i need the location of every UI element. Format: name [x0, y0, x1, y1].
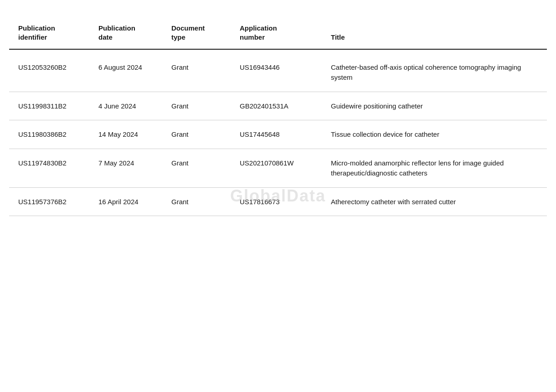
- cell-pub-id: US11998311B2: [9, 92, 91, 120]
- cell-title: Guidewire positioning catheter: [324, 92, 547, 120]
- cell-pub-date: 7 May 2024: [91, 149, 164, 188]
- cell-pub-id: US11957376B2: [9, 187, 91, 216]
- header-title: Title: [324, 18, 547, 49]
- cell-title: Catheter-based off-axis optical coherenc…: [324, 49, 547, 92]
- cell-pub-id: US11980386B2: [9, 120, 91, 149]
- header-app-num: Applicationnumber: [232, 18, 324, 49]
- cell-app-num: US2021070861W: [232, 149, 324, 188]
- header-doc-type: Documenttype: [164, 18, 232, 49]
- cell-app-num: US17816673: [232, 187, 324, 216]
- cell-doc-type: Grant: [164, 49, 232, 92]
- cell-pub-id: US12053260B2: [9, 49, 91, 92]
- header-pub-id: Publicationidentifier: [9, 18, 91, 49]
- cell-title: Atherectomy catheter with serrated cutte…: [324, 187, 547, 216]
- cell-app-num: US17445648: [232, 120, 324, 149]
- cell-doc-type: Grant: [164, 149, 232, 188]
- cell-doc-type: Grant: [164, 92, 232, 120]
- table-row: US11980386B214 May 2024GrantUS17445648Ti…: [9, 120, 547, 149]
- table-container: Publicationidentifier Publicationdate Do…: [0, 0, 556, 234]
- cell-doc-type: Grant: [164, 120, 232, 149]
- cell-doc-type: Grant: [164, 187, 232, 216]
- cell-pub-date: 16 April 2024: [91, 187, 164, 216]
- table-row: US11957376B216 April 2024GrantUS17816673…: [9, 187, 547, 216]
- table-row: US11998311B24 June 2024GrantGB202401531A…: [9, 92, 547, 120]
- table-row: US12053260B26 August 2024GrantUS16943446…: [9, 49, 547, 92]
- table-row: US11974830B27 May 2024GrantUS2021070861W…: [9, 149, 547, 188]
- cell-pub-date: 6 August 2024: [91, 49, 164, 92]
- cell-pub-id: US11974830B2: [9, 149, 91, 188]
- cell-title: Tissue collection device for catheter: [324, 120, 547, 149]
- cell-title: Micro-molded anamorphic reflector lens f…: [324, 149, 547, 188]
- header-pub-date: Publicationdate: [91, 18, 164, 49]
- cell-pub-date: 14 May 2024: [91, 120, 164, 149]
- cell-pub-date: 4 June 2024: [91, 92, 164, 120]
- cell-app-num: GB202401531A: [232, 92, 324, 120]
- table-header-row: Publicationidentifier Publicationdate Do…: [9, 18, 547, 49]
- patents-table: Publicationidentifier Publicationdate Do…: [9, 18, 547, 216]
- cell-app-num: US16943446: [232, 49, 324, 92]
